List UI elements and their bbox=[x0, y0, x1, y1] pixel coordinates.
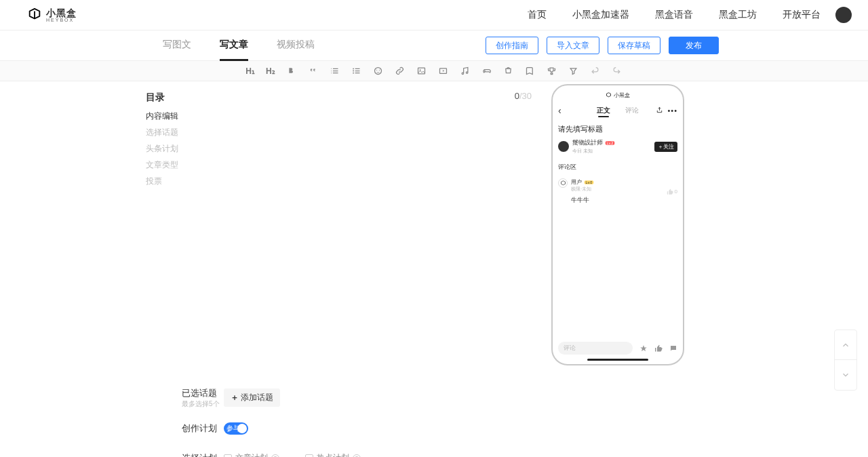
commenter-badge: Lv.0 bbox=[585, 180, 593, 184]
book-icon[interactable] bbox=[525, 66, 536, 77]
sub-header: 写图文 写文章 视频投稿 创作指南 导入文章 保存草稿 发布 bbox=[0, 31, 868, 61]
sidebar-item-headline[interactable]: 头条计划 bbox=[146, 143, 200, 155]
phone-preview: 小黑盒 ‹ 正文 评论 ••• 请先填写标题 蟹物設計师Lv.2 今日 未知 ＋… bbox=[551, 84, 684, 365]
emoji-icon[interactable] bbox=[373, 66, 384, 77]
sidebar-item-vote[interactable]: 投票 bbox=[146, 176, 200, 187]
ordered-list-icon[interactable] bbox=[330, 66, 340, 77]
logo-text-cn: 小黑盒 bbox=[46, 8, 77, 18]
commenter-name[interactable]: 用户 bbox=[571, 178, 582, 186]
top-nav: 首页 小黑盒加速器 黑盒语音 黑盒工坊 开放平台 bbox=[528, 9, 821, 21]
star-icon[interactable] bbox=[639, 344, 648, 353]
nav-workshop[interactable]: 黑盒工坊 bbox=[719, 9, 757, 21]
topics-hint: 最多选择5个 bbox=[182, 399, 224, 409]
svg-point-4 bbox=[376, 70, 377, 71]
tab-video[interactable]: 视频投稿 bbox=[277, 31, 315, 61]
phone-tab-comment[interactable]: 评论 bbox=[625, 106, 639, 115]
publish-button[interactable]: 发布 bbox=[669, 37, 719, 54]
svg-rect-6 bbox=[418, 68, 425, 74]
phone-logo: 小黑盒 bbox=[556, 92, 679, 99]
sidebar-item-type[interactable]: 文章类型 bbox=[146, 159, 200, 171]
sidebar-item-topic[interactable]: 选择话题 bbox=[146, 127, 200, 138]
scroll-down-button[interactable] bbox=[835, 360, 856, 390]
nav-home[interactable]: 首页 bbox=[528, 9, 547, 21]
logo-icon bbox=[27, 7, 42, 22]
editor-column: 0/30 已选话题 最多选择5个 ＋添加话题 创作计划 参与 选择计划 bbox=[182, 81, 540, 457]
filter-icon[interactable] bbox=[568, 66, 579, 77]
commenter-date: 极限·未知 bbox=[571, 186, 663, 193]
topics-section: 已选话题 最多选择5个 ＋添加话题 bbox=[182, 389, 540, 409]
game-icon[interactable] bbox=[481, 66, 492, 77]
music-icon[interactable] bbox=[460, 66, 471, 77]
like-icon[interactable] bbox=[654, 344, 663, 353]
plan-label: 创作计划 bbox=[182, 424, 224, 433]
select-plan-section: 选择计划 文章计划 ? 热点计划 ? bbox=[182, 452, 540, 457]
top-header: 小黑盒 HEYBOX 首页 小黑盒加速器 黑盒语音 黑盒工坊 开放平台 bbox=[0, 0, 868, 31]
add-topic-button[interactable]: ＋添加话题 bbox=[224, 389, 280, 407]
title-count-max: 30 bbox=[522, 91, 532, 101]
trophy-icon[interactable] bbox=[547, 66, 557, 77]
phone-topbar: ‹ 正文 评论 ••• bbox=[556, 104, 679, 117]
tab-article[interactable]: 写文章 bbox=[220, 31, 248, 61]
plan-option-hot[interactable]: 热点计划 ? bbox=[305, 452, 361, 457]
bold-icon[interactable] bbox=[286, 66, 297, 77]
comment-section-label: 评论区 bbox=[556, 163, 679, 172]
content-type-tabs: 写图文 写文章 视频投稿 bbox=[163, 31, 315, 61]
content-editor[interactable] bbox=[182, 104, 540, 375]
redo-icon[interactable] bbox=[612, 66, 623, 77]
phone-tab-main[interactable]: 正文 bbox=[597, 106, 610, 115]
more-icon[interactable]: ••• bbox=[667, 106, 677, 115]
scroll-up-button[interactable] bbox=[835, 330, 856, 360]
user-avatar[interactable] bbox=[835, 7, 852, 23]
svg-point-3 bbox=[375, 68, 382, 75]
nav-open-platform[interactable]: 开放平台 bbox=[783, 9, 821, 21]
svg-point-2 bbox=[353, 73, 354, 74]
plus-icon: ＋ bbox=[231, 392, 239, 403]
sections-sidebar: 目录 内容编辑 选择话题 头条计划 文章类型 投票 bbox=[146, 92, 200, 192]
link-icon[interactable] bbox=[395, 66, 406, 77]
header-actions: 创作指南 导入文章 保存草稿 发布 bbox=[486, 37, 719, 54]
video-icon[interactable] bbox=[438, 66, 449, 77]
guide-button[interactable]: 创作指南 bbox=[486, 37, 538, 54]
phone-title: 请先填写标题 bbox=[556, 124, 679, 134]
author-badge: Lv.2 bbox=[606, 141, 614, 144]
editor-toolbar: H₁ H₂ bbox=[0, 61, 868, 81]
scroll-nav bbox=[834, 330, 857, 391]
undo-icon[interactable] bbox=[590, 66, 601, 77]
plan-option-article[interactable]: 文章计划 ? bbox=[224, 452, 279, 457]
tab-image-text[interactable]: 写图文 bbox=[163, 31, 191, 61]
plan-section: 创作计划 参与 bbox=[182, 422, 540, 435]
back-icon[interactable]: ‹ bbox=[558, 105, 561, 116]
sidebar-item-content[interactable]: 内容编辑 bbox=[146, 111, 200, 122]
image-icon[interactable] bbox=[416, 66, 427, 77]
phone-bottom-bar: 评论 bbox=[556, 342, 679, 356]
comment-like[interactable]: 0 bbox=[667, 188, 677, 195]
nav-accelerator[interactable]: 小黑盒加速器 bbox=[572, 9, 629, 21]
chat-icon[interactable] bbox=[669, 344, 677, 353]
h2-icon[interactable]: H₂ bbox=[266, 66, 275, 76]
author-date: 今日 未知 bbox=[572, 148, 651, 155]
phone-author-row: 蟹物設計师Lv.2 今日 未知 ＋关注 bbox=[556, 138, 679, 155]
comment-input[interactable]: 评论 bbox=[558, 342, 633, 355]
logo-text-en: HEYBOX bbox=[46, 18, 77, 22]
checkbox-icon bbox=[305, 454, 313, 457]
author-name[interactable]: 蟹物設計师 bbox=[572, 138, 603, 147]
follow-button[interactable]: ＋关注 bbox=[654, 142, 677, 152]
author-avatar[interactable] bbox=[558, 141, 569, 152]
comment-text: 牛牛牛 bbox=[571, 196, 663, 205]
unordered-list-icon[interactable] bbox=[351, 66, 362, 77]
nav-voice[interactable]: 黑盒语音 bbox=[655, 9, 693, 21]
import-button[interactable]: 导入文章 bbox=[547, 37, 599, 54]
draft-button[interactable]: 保存草稿 bbox=[608, 37, 660, 54]
svg-point-5 bbox=[379, 70, 380, 71]
commenter-avatar[interactable] bbox=[558, 178, 568, 188]
plan-toggle[interactable]: 参与 bbox=[224, 422, 248, 435]
svg-point-0 bbox=[353, 68, 354, 69]
help-icon[interactable]: ? bbox=[353, 454, 361, 457]
site-logo[interactable]: 小黑盒 HEYBOX bbox=[27, 7, 77, 22]
share-icon[interactable] bbox=[656, 106, 663, 116]
help-icon[interactable]: ? bbox=[271, 454, 279, 457]
shop-icon[interactable] bbox=[503, 66, 514, 77]
h1-icon[interactable]: H₁ bbox=[245, 66, 255, 76]
quote-icon[interactable] bbox=[308, 66, 319, 77]
svg-point-1 bbox=[353, 71, 354, 72]
